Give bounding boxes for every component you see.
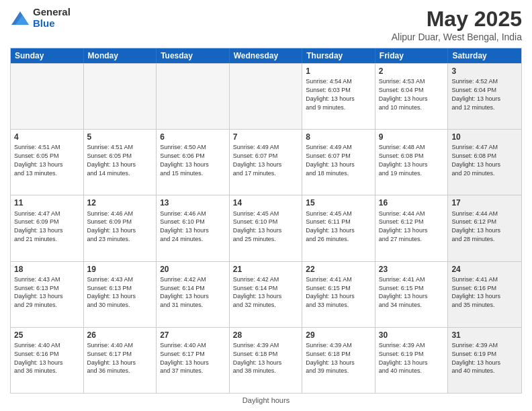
day-number: 18 (14, 264, 80, 275)
day-number: 21 (233, 264, 299, 275)
cal-cell: 16Sunrise: 4:44 AM Sunset: 6:12 PM Dayli… (375, 195, 449, 261)
cal-cell: 2Sunrise: 4:53 AM Sunset: 6:04 PM Daylig… (375, 64, 449, 129)
day-number: 30 (379, 330, 445, 340)
cal-cell: 6Sunrise: 4:50 AM Sunset: 6:06 PM Daylig… (157, 130, 230, 195)
cal-cell: 25Sunrise: 4:40 AM Sunset: 6:16 PM Dayli… (11, 328, 84, 393)
cal-header-saturday: Saturday (448, 48, 521, 63)
day-info: Sunrise: 4:48 AM Sunset: 6:08 PM Dayligh… (379, 144, 428, 176)
day-info: Sunrise: 4:42 AM Sunset: 6:14 PM Dayligh… (160, 276, 209, 308)
cal-cell (84, 64, 157, 129)
logo-general: General (33, 7, 71, 18)
cal-cell: 21Sunrise: 4:42 AM Sunset: 6:14 PM Dayli… (230, 262, 303, 327)
cal-cell: 29Sunrise: 4:39 AM Sunset: 6:18 PM Dayli… (302, 328, 375, 393)
title-block: May 2025 Alipur Duar, West Bengal, India (392, 7, 522, 42)
cal-header-sunday: Sunday (11, 48, 84, 63)
day-number: 6 (160, 132, 226, 142)
title-month: May 2025 (392, 7, 522, 32)
day-info: Sunrise: 4:45 AM Sunset: 6:10 PM Dayligh… (233, 210, 282, 242)
cal-cell (157, 64, 230, 129)
cal-cell: 19Sunrise: 4:43 AM Sunset: 6:13 PM Dayli… (84, 262, 157, 327)
cal-cell: 11Sunrise: 4:47 AM Sunset: 6:09 PM Dayli… (11, 195, 84, 261)
footer-note: Daylight hours (10, 394, 522, 404)
cal-cell: 14Sunrise: 4:45 AM Sunset: 6:10 PM Dayli… (230, 195, 303, 261)
cal-cell: 27Sunrise: 4:40 AM Sunset: 6:17 PM Dayli… (157, 328, 230, 393)
day-info: Sunrise: 4:52 AM Sunset: 6:04 PM Dayligh… (451, 78, 500, 110)
day-number: 20 (160, 264, 226, 275)
day-info: Sunrise: 4:44 AM Sunset: 6:12 PM Dayligh… (451, 210, 500, 242)
day-number: 26 (87, 330, 153, 340)
day-number: 16 (379, 197, 445, 208)
cal-cell: 17Sunrise: 4:44 AM Sunset: 6:12 PM Dayli… (448, 195, 521, 261)
cal-cell: 30Sunrise: 4:39 AM Sunset: 6:19 PM Dayli… (375, 328, 449, 393)
day-number: 22 (306, 264, 371, 275)
day-info: Sunrise: 4:43 AM Sunset: 6:13 PM Dayligh… (14, 276, 63, 308)
day-number: 8 (306, 132, 371, 142)
day-number: 5 (87, 132, 153, 142)
day-number: 10 (451, 132, 518, 142)
day-number: 15 (306, 197, 371, 208)
day-info: Sunrise: 4:49 AM Sunset: 6:07 PM Dayligh… (306, 144, 355, 176)
cal-cell: 10Sunrise: 4:47 AM Sunset: 6:08 PM Dayli… (448, 130, 521, 195)
header: General Blue May 2025 Alipur Duar, West … (10, 7, 522, 42)
day-number: 13 (160, 197, 226, 208)
calendar: SundayMondayTuesdayWednesdayThursdayFrid… (10, 48, 522, 394)
day-info: Sunrise: 4:39 AM Sunset: 6:18 PM Dayligh… (233, 342, 282, 374)
cal-cell: 24Sunrise: 4:41 AM Sunset: 6:16 PM Dayli… (448, 262, 521, 327)
day-number: 19 (87, 264, 153, 275)
cal-cell: 1Sunrise: 4:54 AM Sunset: 6:03 PM Daylig… (302, 64, 375, 129)
day-info: Sunrise: 4:40 AM Sunset: 6:16 PM Dayligh… (14, 342, 63, 374)
cal-header-monday: Monday (84, 48, 157, 63)
cal-row-0: 1Sunrise: 4:54 AM Sunset: 6:03 PM Daylig… (11, 63, 521, 129)
day-info: Sunrise: 4:40 AM Sunset: 6:17 PM Dayligh… (87, 342, 136, 374)
cal-row-2: 11Sunrise: 4:47 AM Sunset: 6:09 PM Dayli… (11, 195, 521, 261)
day-number: 12 (87, 197, 153, 208)
day-info: Sunrise: 4:41 AM Sunset: 6:15 PM Dayligh… (379, 276, 428, 308)
day-info: Sunrise: 4:39 AM Sunset: 6:19 PM Dayligh… (379, 342, 428, 374)
day-number: 1 (306, 66, 371, 77)
day-info: Sunrise: 4:44 AM Sunset: 6:12 PM Dayligh… (379, 210, 428, 242)
day-number: 23 (379, 264, 445, 275)
logo: General Blue (10, 7, 71, 29)
cal-cell: 9Sunrise: 4:48 AM Sunset: 6:08 PM Daylig… (375, 130, 449, 195)
day-info: Sunrise: 4:40 AM Sunset: 6:17 PM Dayligh… (160, 342, 209, 374)
day-number: 25 (14, 330, 80, 340)
day-number: 24 (451, 264, 518, 275)
day-number: 7 (233, 132, 299, 142)
cal-cell (230, 64, 303, 129)
logo-text: General Blue (33, 7, 71, 29)
day-info: Sunrise: 4:46 AM Sunset: 6:09 PM Dayligh… (87, 210, 136, 242)
day-info: Sunrise: 4:41 AM Sunset: 6:16 PM Dayligh… (451, 276, 500, 308)
cal-cell: 3Sunrise: 4:52 AM Sunset: 6:04 PM Daylig… (448, 64, 521, 129)
day-info: Sunrise: 4:39 AM Sunset: 6:18 PM Dayligh… (306, 342, 355, 374)
cal-cell: 13Sunrise: 4:46 AM Sunset: 6:10 PM Dayli… (157, 195, 230, 261)
day-number: 31 (451, 330, 518, 340)
cal-row-3: 18Sunrise: 4:43 AM Sunset: 6:13 PM Dayli… (11, 261, 521, 327)
day-number: 9 (379, 132, 445, 142)
day-number: 29 (306, 330, 371, 340)
calendar-header: SundayMondayTuesdayWednesdayThursdayFrid… (11, 48, 521, 63)
day-info: Sunrise: 4:39 AM Sunset: 6:19 PM Dayligh… (451, 342, 500, 374)
day-info: Sunrise: 4:51 AM Sunset: 6:05 PM Dayligh… (14, 144, 63, 176)
cal-cell: 28Sunrise: 4:39 AM Sunset: 6:18 PM Dayli… (230, 328, 303, 393)
day-number: 11 (14, 197, 80, 208)
title-location: Alipur Duar, West Bengal, India (392, 32, 522, 42)
cal-row-1: 4Sunrise: 4:51 AM Sunset: 6:05 PM Daylig… (11, 129, 521, 195)
day-number: 27 (160, 330, 226, 340)
day-info: Sunrise: 4:51 AM Sunset: 6:05 PM Dayligh… (87, 144, 136, 176)
day-info: Sunrise: 4:47 AM Sunset: 6:09 PM Dayligh… (14, 210, 63, 242)
cal-header-thursday: Thursday (302, 48, 375, 63)
cal-cell: 12Sunrise: 4:46 AM Sunset: 6:09 PM Dayli… (84, 195, 157, 261)
day-info: Sunrise: 4:47 AM Sunset: 6:08 PM Dayligh… (451, 144, 500, 176)
page: General Blue May 2025 Alipur Duar, West … (0, 0, 532, 411)
day-info: Sunrise: 4:45 AM Sunset: 6:11 PM Dayligh… (306, 210, 355, 242)
day-number: 4 (14, 132, 80, 142)
cal-header-wednesday: Wednesday (230, 48, 303, 63)
cal-cell: 26Sunrise: 4:40 AM Sunset: 6:17 PM Dayli… (84, 328, 157, 393)
cal-cell: 15Sunrise: 4:45 AM Sunset: 6:11 PM Dayli… (302, 195, 375, 261)
cal-cell: 18Sunrise: 4:43 AM Sunset: 6:13 PM Dayli… (11, 262, 84, 327)
cal-header-friday: Friday (375, 48, 449, 63)
day-number: 14 (233, 197, 299, 208)
day-number: 2 (379, 66, 445, 77)
cal-cell: 20Sunrise: 4:42 AM Sunset: 6:14 PM Dayli… (157, 262, 230, 327)
day-number: 3 (451, 66, 518, 77)
